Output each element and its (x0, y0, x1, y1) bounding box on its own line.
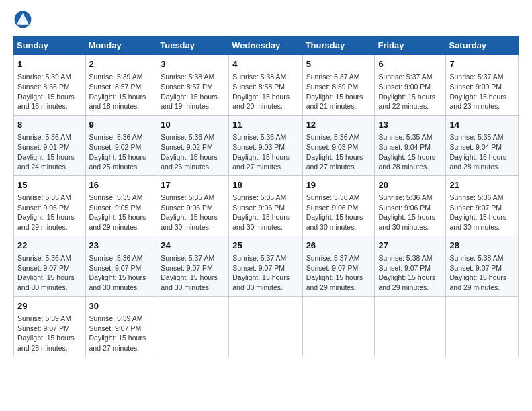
calendar-week-row: 1Sunrise: 5:39 AMSunset: 8:56 PMDaylight… (14, 55, 519, 116)
day-number: 21 (449, 179, 515, 191)
day-info: Sunrise: 5:38 AMSunset: 8:58 PMDaylight:… (232, 72, 298, 111)
day-number: 30 (89, 300, 154, 312)
weekday-tuesday: Tuesday (157, 36, 229, 55)
day-number: 3 (161, 58, 225, 71)
calendar-day-cell: 26Sunrise: 5:37 AMSunset: 9:07 PMDayligh… (302, 236, 375, 296)
calendar-week-row: 15Sunrise: 5:35 AMSunset: 9:05 PMDayligh… (14, 175, 519, 236)
day-info: Sunrise: 5:35 AMSunset: 9:06 PMDaylight:… (232, 193, 298, 232)
weekday-monday: Monday (85, 36, 157, 55)
calendar-day-cell: 22Sunrise: 5:36 AMSunset: 9:07 PMDayligh… (14, 236, 86, 296)
day-info: Sunrise: 5:36 AMSunset: 9:06 PMDaylight:… (306, 193, 371, 232)
calendar-week-row: 22Sunrise: 5:36 AMSunset: 9:07 PMDayligh… (14, 236, 519, 296)
calendar-day-cell: 30Sunrise: 5:39 AMSunset: 9:07 PMDayligh… (85, 296, 157, 357)
day-info: Sunrise: 5:37 AMSunset: 9:07 PMDaylight:… (306, 253, 371, 293)
day-number: 12 (306, 119, 371, 131)
calendar-day-cell: 17Sunrise: 5:35 AMSunset: 9:06 PMDayligh… (157, 175, 229, 236)
day-info: Sunrise: 5:35 AMSunset: 9:05 PMDaylight:… (17, 193, 82, 232)
day-number: 11 (232, 119, 298, 131)
calendar-day-cell: 13Sunrise: 5:35 AMSunset: 9:04 PMDayligh… (375, 115, 446, 175)
calendar-day-cell: 10Sunrise: 5:36 AMSunset: 9:02 PMDayligh… (157, 115, 229, 175)
calendar-day-cell: 27Sunrise: 5:38 AMSunset: 9:07 PMDayligh… (375, 236, 446, 296)
calendar-week-row: 29Sunrise: 5:39 AMSunset: 9:07 PMDayligh… (14, 296, 519, 357)
day-number: 13 (378, 119, 442, 131)
day-number: 26 (306, 240, 371, 252)
day-number: 8 (17, 119, 82, 131)
day-number: 6 (378, 58, 442, 71)
day-info: Sunrise: 5:35 AMSunset: 9:06 PMDaylight:… (161, 193, 225, 232)
day-number: 24 (161, 240, 225, 252)
calendar-day-cell: 18Sunrise: 5:35 AMSunset: 9:06 PMDayligh… (229, 175, 302, 236)
calendar-day-cell: 16Sunrise: 5:35 AMSunset: 9:05 PMDayligh… (85, 175, 157, 236)
weekday-header-row: SundayMondayTuesdayWednesdayThursdayFrid… (14, 36, 519, 55)
day-number: 18 (232, 179, 298, 191)
day-info: Sunrise: 5:36 AMSunset: 9:03 PMDaylight:… (306, 132, 371, 172)
logo (13, 10, 34, 29)
day-number: 27 (378, 240, 442, 252)
day-info: Sunrise: 5:36 AMSunset: 9:06 PMDaylight:… (378, 193, 442, 232)
day-info: Sunrise: 5:38 AMSunset: 9:07 PMDaylight:… (378, 253, 442, 293)
day-number: 16 (89, 179, 154, 191)
calendar-day-cell: 2Sunrise: 5:39 AMSunset: 8:57 PMDaylight… (85, 55, 157, 116)
calendar-day-cell: 28Sunrise: 5:38 AMSunset: 9:07 PMDayligh… (446, 236, 519, 296)
calendar-week-row: 8Sunrise: 5:36 AMSunset: 9:01 PMDaylight… (14, 115, 519, 175)
calendar-day-cell: 21Sunrise: 5:36 AMSunset: 9:07 PMDayligh… (446, 175, 519, 236)
day-info: Sunrise: 5:37 AMSunset: 9:07 PMDaylight:… (232, 253, 298, 293)
svg-rect-2 (21, 21, 25, 25)
weekday-sunday: Sunday (14, 36, 86, 55)
day-info: Sunrise: 5:37 AMSunset: 9:07 PMDaylight:… (161, 253, 225, 293)
day-info: Sunrise: 5:38 AMSunset: 8:57 PMDaylight:… (161, 72, 225, 111)
empty-cell (157, 296, 229, 357)
calendar-day-cell: 20Sunrise: 5:36 AMSunset: 9:06 PMDayligh… (375, 175, 446, 236)
calendar-day-cell: 12Sunrise: 5:36 AMSunset: 9:03 PMDayligh… (302, 115, 375, 175)
day-info: Sunrise: 5:39 AMSunset: 9:07 PMDaylight:… (89, 314, 154, 353)
day-info: Sunrise: 5:36 AMSunset: 9:01 PMDaylight:… (17, 132, 82, 172)
day-number: 23 (89, 240, 154, 252)
calendar-day-cell: 15Sunrise: 5:35 AMSunset: 9:05 PMDayligh… (14, 175, 86, 236)
day-info: Sunrise: 5:36 AMSunset: 9:07 PMDaylight:… (449, 193, 515, 232)
day-number: 29 (17, 300, 82, 312)
calendar-day-cell: 5Sunrise: 5:37 AMSunset: 8:59 PMDaylight… (302, 55, 375, 116)
empty-cell (375, 296, 446, 357)
calendar-day-cell: 1Sunrise: 5:39 AMSunset: 8:56 PMDaylight… (14, 55, 86, 116)
day-info: Sunrise: 5:38 AMSunset: 9:07 PMDaylight:… (449, 253, 515, 293)
day-info: Sunrise: 5:35 AMSunset: 9:04 PMDaylight:… (449, 132, 515, 172)
day-info: Sunrise: 5:36 AMSunset: 9:07 PMDaylight:… (17, 253, 82, 293)
day-info: Sunrise: 5:39 AMSunset: 8:57 PMDaylight:… (89, 72, 154, 111)
calendar-day-cell: 3Sunrise: 5:38 AMSunset: 8:57 PMDaylight… (157, 55, 229, 116)
calendar-day-cell: 8Sunrise: 5:36 AMSunset: 9:01 PMDaylight… (14, 115, 86, 175)
calendar-day-cell: 29Sunrise: 5:39 AMSunset: 9:07 PMDayligh… (14, 296, 86, 357)
day-number: 14 (449, 119, 515, 131)
calendar-day-cell: 11Sunrise: 5:36 AMSunset: 9:03 PMDayligh… (229, 115, 302, 175)
day-info: Sunrise: 5:35 AMSunset: 9:05 PMDaylight:… (89, 193, 154, 232)
day-number: 19 (306, 179, 371, 191)
weekday-thursday: Thursday (302, 36, 375, 55)
day-number: 5 (306, 58, 371, 71)
day-info: Sunrise: 5:36 AMSunset: 9:03 PMDaylight:… (232, 132, 298, 172)
calendar-day-cell: 4Sunrise: 5:38 AMSunset: 8:58 PMDaylight… (229, 55, 302, 116)
day-info: Sunrise: 5:35 AMSunset: 9:04 PMDaylight:… (378, 132, 442, 172)
calendar-day-cell: 25Sunrise: 5:37 AMSunset: 9:07 PMDayligh… (229, 236, 302, 296)
day-number: 7 (449, 58, 515, 71)
calendar-day-cell: 24Sunrise: 5:37 AMSunset: 9:07 PMDayligh… (157, 236, 229, 296)
calendar-day-cell: 19Sunrise: 5:36 AMSunset: 9:06 PMDayligh… (302, 175, 375, 236)
weekday-saturday: Saturday (446, 36, 519, 55)
empty-cell (446, 296, 519, 357)
day-number: 9 (89, 119, 154, 131)
calendar-day-cell: 7Sunrise: 5:37 AMSunset: 9:00 PMDaylight… (446, 55, 519, 116)
day-info: Sunrise: 5:36 AMSunset: 9:02 PMDaylight:… (89, 132, 154, 172)
day-number: 17 (161, 179, 225, 191)
weekday-friday: Friday (375, 36, 446, 55)
day-info: Sunrise: 5:36 AMSunset: 9:07 PMDaylight:… (89, 253, 154, 293)
weekday-wednesday: Wednesday (229, 36, 302, 55)
day-info: Sunrise: 5:36 AMSunset: 9:02 PMDaylight:… (161, 132, 225, 172)
day-info: Sunrise: 5:37 AMSunset: 8:59 PMDaylight:… (306, 72, 371, 111)
day-info: Sunrise: 5:39 AMSunset: 9:07 PMDaylight:… (17, 314, 82, 353)
day-number: 10 (161, 119, 225, 131)
logo-icon (13, 10, 32, 29)
day-number: 2 (89, 58, 154, 71)
day-number: 22 (17, 240, 82, 252)
header (13, 10, 519, 29)
empty-cell (302, 296, 375, 357)
day-info: Sunrise: 5:37 AMSunset: 9:00 PMDaylight:… (378, 72, 442, 111)
empty-cell (229, 296, 302, 357)
